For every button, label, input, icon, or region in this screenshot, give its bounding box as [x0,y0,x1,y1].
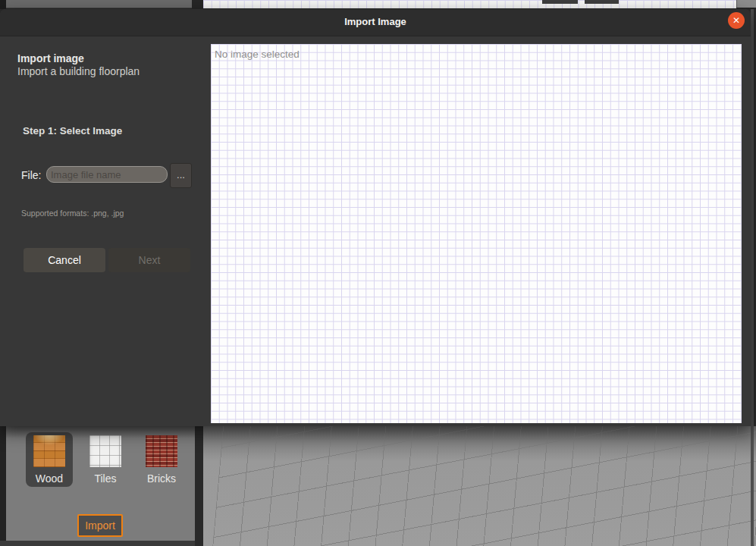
wood-texture-icon [33,435,65,467]
ground-grid [203,426,756,546]
window-right-edge [751,9,754,546]
floorplan-grid-strip [203,0,736,8]
texture-item-wood[interactable]: Wood [26,432,73,487]
panel-bottom-strip [0,541,195,546]
dialog-titlebar[interactable]: Import Image ✕ [0,9,751,36]
import-texture-button[interactable]: Import [77,514,123,537]
texture-item-bricks[interactable]: Bricks [138,432,185,487]
scrollbar-corner [736,0,756,8]
browse-button[interactable]: ... [170,163,192,188]
texture-list: Wood Tiles Bricks [26,432,185,487]
background-button-remnant [585,0,619,4]
texture-label: Bricks [138,472,185,485]
app-window: Wood Tiles Bricks Import Import Image [0,0,756,546]
texture-label: Wood [26,472,73,485]
import-image-dialog: Import Image ✕ Import image Import a bui… [0,9,751,426]
next-button[interactable]: Next [108,248,190,272]
image-preview-area: No image selected [211,44,742,423]
background-button-remnant [542,0,578,4]
background-bottom: Wood Tiles Bricks Import [0,426,756,546]
preview-placeholder-text: No image selected [215,49,300,60]
left-edge [0,426,6,546]
textures-panel: Wood Tiles Bricks Import [6,426,195,541]
file-name-input[interactable] [46,166,168,183]
dialog-title: Import Image [0,9,751,36]
dialog-subheading: Import a building floorplan [17,65,140,77]
cancel-button[interactable]: Cancel [24,248,105,272]
background-top-strip [0,0,756,9]
file-label: File: [21,169,41,181]
texture-item-tiles[interactable]: Tiles [82,432,129,487]
dialog-heading: Import image [17,52,84,64]
texture-label: Tiles [82,472,129,485]
panel-separator [195,426,203,546]
bricks-texture-icon [146,435,177,467]
scene-3d-view[interactable] [203,426,756,546]
step-title: Step 1: Select Image [23,125,122,136]
tiles-texture-icon [89,435,121,467]
left-edge [0,0,6,9]
supported-formats-note: Supported formats: .png, .jpg [21,209,124,218]
close-icon[interactable]: ✕ [728,12,745,29]
editor-toolbar-strip [6,0,192,8]
